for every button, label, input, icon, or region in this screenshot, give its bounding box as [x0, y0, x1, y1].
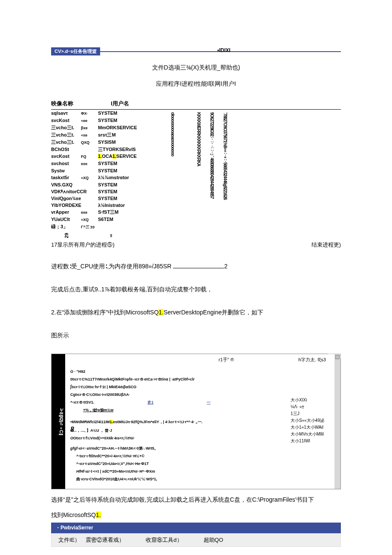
- num-29: 29: [64, 233, 69, 238]
- num-inf: ∞: [108, 234, 113, 237]
- table-row[interactable]: vrApperexeS·fST三M: [51, 209, 149, 216]
- table-row[interactable]: 碌；3」Γ^三 ɔɔ: [51, 223, 149, 230]
- tabs-line: 应用程序I进程I性能I联网I用户I: [51, 80, 341, 88]
- table-row[interactable]: svcKost«eeSYSTEM: [51, 117, 149, 124]
- para-after-yes: 选择“是"之后等待系统自动完成卸毂,完成以上卸载之后再进入系统盘C盘，在C:\P…: [51, 494, 341, 505]
- file-menu[interactable]: 文件IE） 震密②逐看戏）收窟⑧工具d）超助QO: [51, 533, 341, 547]
- table-row[interactable]: sqIsavτΦX·SYSTEM: [51, 110, 149, 117]
- nav-strip[interactable]: ⅟8 ||X2|⅞÷C ||: [52, 354, 65, 489]
- end-process[interactable]: 结束进程更): [311, 241, 341, 249]
- menu-item[interactable]: 文件IE） 震密②逐看戏）: [58, 536, 124, 544]
- para-find-sql: 找到MicrosoftSQ1.: [51, 510, 341, 520]
- table-row[interactable]: BChOSt三TYORKSERvIS: [51, 146, 149, 153]
- vert-col-1: olooooooooaoaoooooooo: [170, 112, 175, 200]
- link-shi[interactable]: 史1: [147, 400, 153, 404]
- table-row[interactable]: 三vcho三t.QXQSYSISM: [51, 139, 149, 146]
- table-row[interactable]: svcKostFQ1.OCA1.SERVICE: [51, 153, 149, 160]
- col-header-name: 映像名称: [51, 100, 111, 108]
- para-addremove: 2.在“添加或恻除程序"中找到MicrosoftSQ1.ServerDeskto…: [51, 307, 341, 318]
- table-row[interactable]: YUaUClt«XQS6TΣM: [51, 216, 149, 223]
- menu-line: 文件D选项三¾(X)关机理_帮助也): [51, 64, 341, 72]
- table-row[interactable]: YIbYORDEXEλ⅛Inistrator: [51, 202, 149, 209]
- table-row[interactable]: taskxt5r«XQλ⅛⅞ιmstrαtor: [51, 174, 149, 181]
- table-row[interactable]: VinIQgon¾xeSYSTEM: [51, 195, 149, 202]
- col-header-user: I用户名: [111, 100, 170, 108]
- title-pill: CV>.d··s任务告理篮: [51, 47, 100, 55]
- ar-top-mid: r1手" ®: [219, 357, 234, 363]
- blue-title-bar: ・PwbviaSerrer: [51, 523, 341, 533]
- table-row[interactable]: 三vcho三t.βxeMmORKSERVICE: [51, 124, 149, 131]
- table-row[interactable]: 三vcho三t.«xesrsτ三M: [51, 131, 149, 139]
- process-table: 映像名称 I用户名 sqIsavτΦX·SYSTEMsvcKost«eeSYST…: [51, 98, 341, 238]
- menu-item[interactable]: 收窟⑧工具d）: [146, 536, 182, 544]
- idixi-label: •IDIXI: [217, 47, 231, 53]
- vert-col-3: 9O627229IG92∵∵∴∵;∶ ˉ 4680868804284428848…: [210, 112, 214, 200]
- para-as-shown: 图所示: [51, 330, 341, 341]
- vert-col-2: KKKKWERRKKKKKKRKKRKA: [196, 112, 201, 200]
- ar-top-right: h字力太. fξs3: [298, 357, 326, 363]
- para-process-count: 进程数∶受_CPU使用∶,为内存使用898»/J85SR 2: [51, 261, 341, 272]
- vert-col-4: ˉ78827O9O375671%8++∵+∵56654324446g922162…: [223, 112, 228, 200]
- menu-item[interactable]: 超助QO: [204, 536, 223, 544]
- table-row[interactable]: VDKᶲʌnitorCCRSYSTEM: [51, 188, 149, 195]
- table-row[interactable]: VNS.GXQSYSTEM: [51, 181, 149, 188]
- table-row[interactable]: svchostexeSYSTEM: [51, 160, 149, 167]
- para-retry: 完成后点击,重试9..1⅞着卸载根务端,百到自动完成整个卸载，: [51, 284, 341, 295]
- table-row[interactable]: SystwSYSTEM: [51, 167, 149, 174]
- scrollbar[interactable]: [334, 354, 340, 489]
- show-all-users[interactable]: 17显示所有用户的进程⑤): [51, 241, 115, 249]
- link-dash[interactable]: 一: [207, 400, 210, 404]
- add-remove-screenshot: ˍ □ × ⅟8 ||X2|⅞÷C || r1手" ® h字力太. fξs3 O…: [51, 354, 341, 489]
